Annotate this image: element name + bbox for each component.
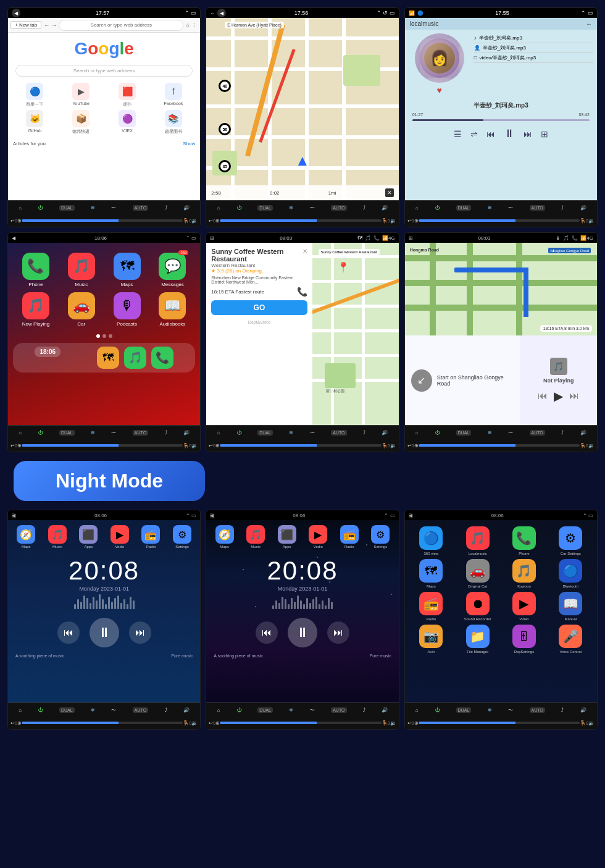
bookmark-vjex[interactable]: 🟣 VJEX [106, 110, 149, 135]
seat-icon-9[interactable]: 🪑 [580, 720, 586, 726]
app-360view[interactable]: 🔵 360 view [410, 526, 453, 555]
power-icon-6[interactable]: ⏻ [435, 430, 440, 436]
fan-icon-7[interactable]: ⊕ [17, 720, 22, 726]
music-icon-5[interactable]: 🎵 [365, 235, 371, 241]
dual-btn-4[interactable]: DUAL [59, 430, 75, 436]
snowflake-icon-7[interactable]: ❄ [91, 707, 95, 713]
vol-down-6[interactable]: 🔉 [588, 443, 595, 449]
home-icon-6[interactable]: ⌂ [415, 430, 419, 436]
temp-slider-3[interactable] [419, 219, 580, 222]
ac-icon-7[interactable]: 〜 [111, 707, 116, 714]
volume-icon-3[interactable]: 🔊 [580, 205, 586, 211]
seat-icon-8[interactable]: 🪑 [382, 720, 388, 726]
auto-btn-6[interactable]: AUTO [530, 430, 545, 436]
power-icon-8[interactable]: ⏻ [236, 707, 241, 713]
seat-icon-4[interactable]: 🪑 [183, 443, 189, 449]
snowflake-icon-8[interactable]: ❄ [289, 707, 293, 713]
app-soundrecorder[interactable]: ⏺ Sound Recorder [456, 592, 499, 621]
vol-down-1[interactable]: 🔉 [191, 218, 198, 224]
app-phone[interactable]: 📞 Phone [503, 526, 545, 555]
bookmark-youtube[interactable]: ▶ YouTube [59, 83, 103, 107]
show-label[interactable]: Show [183, 141, 195, 146]
app-maps[interactable]: 🗺 Maps [410, 559, 453, 588]
seat-icon-3[interactable]: 🪑 [580, 218, 586, 224]
shuffle-icon[interactable]: ⇌ [470, 129, 478, 139]
auto-btn-4[interactable]: AUTO [133, 430, 148, 436]
phone-call-icon[interactable]: 📞 [297, 287, 307, 297]
back-button-1[interactable]: ◀ [12, 9, 20, 17]
app-bluetooth[interactable]: 🔵 Bluetooth [549, 559, 592, 588]
auto-btn-1[interactable]: AUTO [133, 205, 148, 211]
vol-down-4[interactable]: 🔉 [191, 443, 198, 449]
carplay-app-phone[interactable]: 📞 Phone [15, 253, 56, 287]
dual-btn-3[interactable]: DUAL [456, 205, 472, 211]
bookmark-chaoxing[interactable]: 📚 超星图书 [151, 110, 195, 135]
snowflake-icon-6[interactable]: ❄ [488, 430, 492, 436]
back-icon-4[interactable]: ↩ [10, 443, 15, 449]
pause-icon[interactable]: ⏸ [504, 127, 515, 140]
home-icon-1[interactable]: ⌂ [19, 205, 22, 211]
bookmark-debang[interactable]: 📦 德邦快递 [59, 110, 103, 135]
curve-icon-1[interactable]: ⤴ [165, 205, 167, 211]
app-radio[interactable]: 📻 Radio [410, 592, 453, 621]
app-originalcar[interactable]: 🚗 Original Car [456, 559, 499, 588]
temp-slider-6[interactable] [419, 444, 580, 447]
ac-icon-3[interactable]: 〜 [508, 204, 513, 211]
seat-icon-2[interactable]: 🪑 [382, 218, 388, 224]
temp-slider-4[interactable] [22, 444, 183, 447]
back-icon-6[interactable]: ↩ [407, 443, 412, 449]
temp-slider-2[interactable] [220, 219, 382, 222]
back-button-2[interactable]: ◀ [217, 9, 226, 17]
volume-icon-8[interactable]: 🔊 [382, 707, 388, 713]
app-filemanager[interactable]: 📁 File Manager [456, 625, 499, 654]
volume-icon-6[interactable]: 🔊 [580, 430, 586, 436]
power-icon-5[interactable]: ⏻ [236, 430, 241, 436]
snowflake-icon-2[interactable]: ❄ [289, 205, 293, 211]
equalizer-icon[interactable]: ⊞ [541, 129, 548, 139]
home-icon-3[interactable]: ⌂ [415, 205, 419, 211]
fan-icon-9[interactable]: ⊕ [414, 720, 419, 726]
fan-icon-8[interactable]: ⊕ [215, 720, 220, 726]
curve-icon-4[interactable]: ⤴ [165, 430, 167, 436]
auto-btn-9[interactable]: AUTO [530, 707, 545, 713]
volume-icon-5[interactable]: 🔊 [382, 430, 388, 436]
night-prev-btn-7[interactable]: ⏮ [57, 622, 80, 644]
snowflake-icon-1[interactable]: ❄ [91, 205, 95, 211]
temp-slider-7[interactable] [22, 722, 183, 724]
fan-icon-5[interactable]: ⊕ [215, 443, 220, 449]
snowflake-icon-9[interactable]: ❄ [488, 707, 492, 713]
playlist-item-1[interactable]: ♪ 半壶纱_刘珂矣.mp3 [474, 33, 593, 43]
auto-btn-5[interactable]: AUTO [331, 430, 346, 436]
music-progress-bar[interactable] [412, 119, 590, 121]
dock-music-icon[interactable]: 🎵 [124, 347, 146, 369]
curve-icon-5[interactable]: ⤴ [363, 430, 365, 436]
power-icon-9[interactable]: ⏻ [435, 707, 440, 713]
vol-down-5[interactable]: 🔉 [390, 443, 396, 449]
playlist-icon[interactable]: ☰ [454, 129, 462, 139]
home-icon-9[interactable]: ⌂ [415, 707, 419, 713]
home-icon-7[interactable]: ⌂ [19, 707, 22, 713]
snowflake-icon-3[interactable]: ❄ [488, 205, 492, 211]
temp-slider-8[interactable] [220, 722, 382, 724]
vol-down-2[interactable]: 🔉 [390, 218, 396, 224]
app-dspsettings[interactable]: 🎚 DspSettings [503, 625, 545, 654]
browser-forward[interactable]: → [51, 22, 57, 28]
home-icon-8[interactable]: ⌂ [217, 707, 220, 713]
nav-arrow-left[interactable]: ← [210, 11, 215, 16]
dual-btn-7[interactable]: DUAL [59, 707, 75, 713]
home-icon-5[interactable]: ⌂ [217, 430, 220, 436]
playlist-item-3[interactable]: □ video/半壶纱_刘珂矣.mp3 [474, 53, 593, 63]
dual-btn-2[interactable]: DUAL [257, 205, 273, 211]
back-icon-8[interactable]: ↩ [209, 720, 213, 726]
close-poi-btn[interactable]: ✕ [302, 248, 307, 255]
vol-down-9[interactable]: 🔉 [588, 720, 595, 726]
auto-btn-7[interactable]: AUTO [133, 707, 148, 713]
night-app-maps-7[interactable]: 🧭 Maps [17, 525, 35, 549]
ac-icon-6[interactable]: 〜 [508, 429, 513, 436]
home-icon-4[interactable]: ⌂ [19, 430, 22, 436]
browser-back[interactable]: ← [44, 22, 49, 28]
volume-icon-1[interactable]: 🔊 [183, 205, 190, 211]
menu-icon[interactable]: ⋮ [192, 22, 198, 28]
nav-prev-btn[interactable]: ⏮ [538, 390, 548, 402]
vol-down-3[interactable]: 🔉 [588, 218, 595, 224]
